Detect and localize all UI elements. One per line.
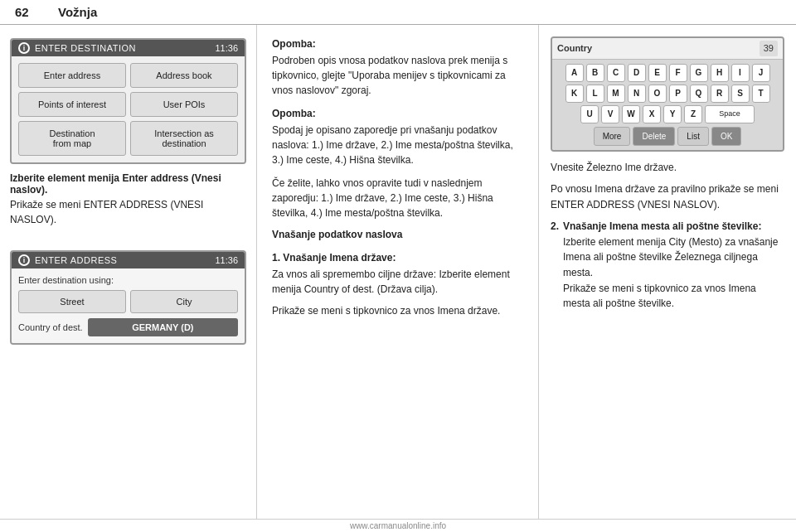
keyboard-row-3: U V W X Y Z Space: [556, 105, 779, 123]
right-text2: Po vnosu Imena države za pravilno prikaž…: [551, 181, 784, 212]
key-S[interactable]: S: [731, 85, 750, 103]
note1-label: Opomba:: [272, 36, 523, 51]
step2a-text: Izberite element menija City (Mesto) za …: [563, 235, 784, 281]
enter-address-button[interactable]: Enter address: [18, 63, 126, 88]
enter-address-screen: i ENTER ADDRESS 11:36 Enter destination …: [10, 250, 246, 345]
note2-section: Opomba: Spodaj je opisano zaporedje pri …: [272, 106, 523, 167]
step1a-text: Za vnos ali spremembo ciljne države: Izb…: [272, 267, 523, 297]
key-T[interactable]: T: [752, 85, 770, 103]
keyboard-body: A B C D E F G H I J K L M N O: [552, 60, 783, 150]
key-R[interactable]: R: [711, 85, 729, 103]
key-L[interactable]: L: [586, 85, 604, 103]
right-text2-content: Po vnosu Imena države za pravilno prikaž…: [551, 183, 779, 210]
desc1-text: Prikaže se meni ENTER ADDRESS (VNESI NAS…: [10, 197, 246, 227]
right-column: Country 39 A B C D E F G H I J: [539, 25, 796, 527]
key-J[interactable]: J: [752, 64, 770, 82]
key-Q[interactable]: Q: [690, 85, 708, 103]
left-column: i ENTER DESTINATION 11:36 Enter address …: [0, 25, 257, 527]
step1b-text: Prikaže se meni s tipkovnico za vnos Ime…: [272, 303, 523, 318]
key-Y[interactable]: Y: [663, 105, 682, 123]
address-book-button[interactable]: Address book: [130, 63, 238, 88]
key-B[interactable]: B: [586, 64, 604, 82]
footer: www.carmanualonline.info: [0, 519, 796, 532]
key-D[interactable]: D: [628, 64, 646, 82]
enter-destination-screen: i ENTER DESTINATION 11:36 Enter address …: [10, 38, 246, 164]
key-P[interactable]: P: [669, 85, 687, 103]
key-space[interactable]: Space: [705, 105, 755, 123]
destination-from-map-button[interactable]: Destinationfrom map: [18, 121, 126, 156]
screen1-body: Enter address Address book Points of int…: [12, 56, 245, 162]
country-row: Country of dest. GERMANY (D): [18, 318, 238, 336]
intersection-destination-button[interactable]: Intersection asdestination: [130, 121, 238, 156]
step1-label: 1. Vnašanje Imena države:: [272, 250, 523, 265]
screen2-body: Enter destination using: Street City Cou…: [12, 268, 245, 343]
note1-text: Podroben opis vnosa podatkov naslova pre…: [272, 53, 523, 98]
page-number: 62: [15, 5, 48, 19]
step2-label: Vnašanje Imena mesta ali poštne številke…: [563, 219, 784, 235]
footer-url: www.carmanualonline.info: [350, 521, 446, 530]
destination-grid: Enter address Address book Points of int…: [18, 63, 238, 156]
keyboard-screen: Country 39 A B C D E F G H I J: [551, 36, 784, 152]
key-G[interactable]: G: [690, 64, 708, 82]
key-Z[interactable]: Z: [684, 105, 702, 123]
page-title: Vožnja: [58, 5, 97, 19]
screen1-time: 11:36: [215, 43, 238, 53]
section-entry: Vnašanje podatkov naslova: [272, 227, 523, 242]
step2-num: 2.: [551, 219, 559, 312]
key-U[interactable]: U: [580, 105, 599, 123]
extra-text: Če želite, lahko vnos opravite tudi v na…: [272, 176, 523, 220]
key-O[interactable]: O: [648, 85, 667, 103]
keyboard-row-2: K L M N O P Q R S T: [556, 85, 779, 103]
keyboard-header-label: Country: [557, 41, 592, 56]
screen1-title: ENTER DESTINATION: [35, 43, 210, 53]
step2b-text: Prikaže se meni s tipkovnico za vnos Ime…: [563, 281, 784, 312]
note2-text: Spodaj je opisano zaporedje pri vnašanju…: [272, 123, 523, 167]
key-A[interactable]: A: [565, 64, 584, 82]
page-header: 62 Vožnja: [0, 0, 796, 25]
keyboard-header: Country 39: [552, 38, 783, 60]
screen2-time: 11:36: [215, 255, 238, 265]
right-text1-content: Vnesite Železno Ime države.: [551, 162, 677, 173]
key-C[interactable]: C: [607, 64, 625, 82]
key-H[interactable]: H: [711, 64, 729, 82]
key-K[interactable]: K: [565, 85, 584, 103]
key-V[interactable]: V: [601, 105, 619, 123]
key-W[interactable]: W: [622, 105, 640, 123]
enter-using-label: Enter destination using:: [18, 275, 238, 285]
right-text1: Vnesite Železno Ime države.: [551, 160, 784, 176]
key-F[interactable]: F: [669, 64, 687, 82]
city-button[interactable]: City: [130, 290, 238, 313]
ok-button[interactable]: OK: [711, 127, 741, 146]
key-I[interactable]: I: [731, 64, 750, 82]
screen2-title: ENTER ADDRESS: [35, 255, 210, 265]
desc1-section: Izberite element menija Enter address (V…: [10, 172, 246, 234]
list-button[interactable]: List: [677, 127, 709, 146]
info-icon2: i: [18, 254, 30, 266]
keyboard-header-num: 39: [760, 41, 778, 56]
info-icon: i: [18, 42, 30, 54]
screen2-header: i ENTER ADDRESS 11:36: [12, 252, 245, 268]
step1-num: 1.: [272, 252, 280, 264]
street-button[interactable]: Street: [18, 290, 126, 313]
country-value[interactable]: GERMANY (D): [88, 318, 238, 336]
user-pois-button[interactable]: User POIs: [130, 92, 238, 117]
right-text-section: Vnesite Železno Ime države. Po vnosu Ime…: [551, 160, 784, 312]
more-button[interactable]: More: [594, 127, 631, 146]
key-M[interactable]: M: [607, 85, 625, 103]
delete-button[interactable]: Delete: [633, 127, 675, 146]
key-E[interactable]: E: [648, 64, 667, 82]
key-X[interactable]: X: [643, 105, 661, 123]
keyboard-bottom-row: More Delete List OK: [556, 127, 779, 146]
section-label: Vnašanje podatkov naslova: [272, 227, 523, 242]
points-of-interest-button[interactable]: Points of interest: [18, 92, 126, 117]
step1-title: Vnašanje Imena države:: [283, 252, 396, 264]
addr-options: Street City: [18, 290, 238, 313]
mid-column: Opomba: Podroben opis vnosa podatkov nas…: [257, 25, 539, 527]
key-N[interactable]: N: [628, 85, 646, 103]
step2-item: 2. Vnašanje Imena mesta ali poštne števi…: [551, 219, 784, 312]
note1-section: Opomba: Podroben opis vnosa podatkov nas…: [272, 36, 523, 98]
country-label: Country of dest.: [18, 322, 83, 332]
main-content: i ENTER DESTINATION 11:36 Enter address …: [0, 25, 796, 527]
desc1-bold: Izberite element menija Enter address (V…: [10, 172, 246, 196]
screen1-header: i ENTER DESTINATION 11:36: [12, 40, 245, 56]
